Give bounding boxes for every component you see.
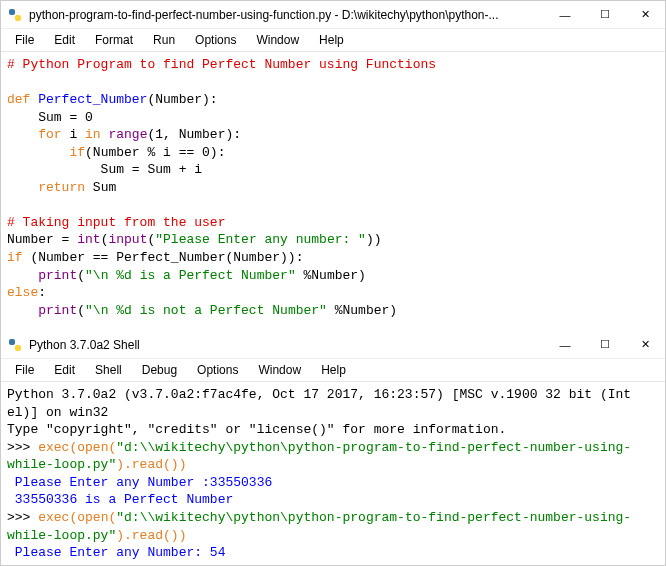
code-text: [7, 127, 38, 142]
code-text: %Number): [327, 303, 397, 318]
shell-banner: el)] on win32: [7, 405, 108, 420]
menu-window[interactable]: Window: [246, 31, 309, 49]
code-text: [7, 145, 69, 160]
shell-output-line: 33550336 is a Perfect Number: [7, 492, 233, 507]
code-text: [7, 268, 38, 283]
menu-format[interactable]: Format: [85, 31, 143, 49]
builtin-range: range: [101, 127, 148, 142]
menu-help[interactable]: Help: [309, 31, 354, 49]
menu-help[interactable]: Help: [311, 361, 356, 379]
str-literal: "\n %d is not a Perfect Number": [85, 303, 327, 318]
shell-output-line: Please Enter any Number: 54: [7, 545, 225, 560]
editor-menubar: File Edit Format Run Options Window Help: [1, 29, 665, 52]
code-text: (1, Number):: [147, 127, 241, 142]
shell-path: "d:\\wikitechy\python\python-program-to-…: [116, 510, 631, 525]
menu-run[interactable]: Run: [143, 31, 185, 49]
shell-prompt: >>>: [7, 440, 38, 455]
code-text: %Number): [296, 268, 366, 283]
menu-shell[interactable]: Shell: [85, 361, 132, 379]
code-text: Number =: [7, 232, 77, 247]
menu-debug[interactable]: Debug: [132, 361, 187, 379]
svg-rect-1: [15, 15, 21, 21]
shell-title: Python 3.7.0a2 Shell: [29, 338, 545, 352]
menu-options[interactable]: Options: [187, 361, 248, 379]
code-text: Sum: [7, 110, 69, 125]
close-button[interactable]: ✕: [625, 1, 665, 29]
shell-exec: exec(open(: [38, 510, 116, 525]
close-button[interactable]: ✕: [625, 331, 665, 359]
shell-path: while-loop.py": [7, 528, 116, 543]
code-text: Sum: [85, 180, 116, 195]
shell-banner: Type "copyright", "credits" or "license(…: [7, 422, 506, 437]
shell-exec: exec(open(: [38, 440, 116, 455]
shell-prompt: >>>: [7, 510, 38, 525]
shell-exec: ).read()): [116, 457, 186, 472]
code-text: [7, 180, 38, 195]
builtin-int: int: [77, 232, 100, 247]
menu-edit[interactable]: Edit: [44, 31, 85, 49]
menu-file[interactable]: File: [5, 31, 44, 49]
window-controls: — ☐ ✕: [545, 331, 665, 359]
code-text: (Number % i == 0):: [85, 145, 225, 160]
builtin-print: print: [38, 268, 77, 283]
kw-for: for: [38, 127, 61, 142]
shell-output-line: Please Enter any Number :33550336: [7, 475, 272, 490]
builtin-input: input: [108, 232, 147, 247]
editor-titlebar: python-program-to-find-perfect-number-us…: [1, 1, 665, 29]
code-text: Sum = Sum + i: [7, 162, 202, 177]
kw-def: def: [7, 92, 30, 107]
kw-if: if: [7, 250, 23, 265]
shell-path: while-loop.py": [7, 457, 116, 472]
shell-banner: Python 3.7.0a2 (v3.7.0a2:f7ac4fe, Oct 17…: [7, 387, 631, 402]
maximize-button[interactable]: ☐: [585, 331, 625, 359]
editor-window: python-program-to-find-perfect-number-us…: [1, 1, 665, 323]
code-text: )): [366, 232, 382, 247]
shell-menubar: File Edit Shell Debug Options Window Hel…: [1, 359, 665, 382]
python-shell-icon: [7, 337, 23, 353]
minimize-button[interactable]: —: [545, 331, 585, 359]
minimize-button[interactable]: —: [545, 1, 585, 29]
code-text: (: [77, 268, 85, 283]
code-text: :: [38, 285, 46, 300]
shell-titlebar: Python 3.7.0a2 Shell — ☐ ✕: [1, 331, 665, 359]
code-text: (: [77, 303, 85, 318]
kw-return: return: [38, 180, 85, 195]
menu-file[interactable]: File: [5, 361, 44, 379]
kw-else: else: [7, 285, 38, 300]
shell-window: Python 3.7.0a2 Shell — ☐ ✕ File Edit She…: [1, 331, 665, 566]
python-file-icon: [7, 7, 23, 23]
code-comment: # Python Program to find Perfect Number …: [7, 57, 436, 72]
menu-options[interactable]: Options: [185, 31, 246, 49]
code-text: i: [62, 127, 85, 142]
str-literal: "Please Enter any number: ": [155, 232, 366, 247]
svg-rect-2: [9, 339, 15, 345]
editor-code[interactable]: # Python Program to find Perfect Number …: [1, 52, 665, 323]
shell-exec: ).read()): [116, 528, 186, 543]
code-text: 0: [77, 110, 93, 125]
str-literal: "\n %d is a Perfect Number": [85, 268, 296, 283]
menu-edit[interactable]: Edit: [44, 361, 85, 379]
code-text: [7, 303, 38, 318]
builtin-print: print: [38, 303, 77, 318]
code-text: (Number):: [147, 92, 217, 107]
shell-output[interactable]: Python 3.7.0a2 (v3.7.0a2:f7ac4fe, Oct 17…: [1, 382, 665, 566]
kw-in: in: [85, 127, 101, 142]
svg-rect-0: [9, 9, 15, 15]
maximize-button[interactable]: ☐: [585, 1, 625, 29]
func-name: Perfect_Number: [30, 92, 147, 107]
svg-rect-3: [15, 345, 21, 351]
code-text: (Number == Perfect_Number(Number)):: [23, 250, 304, 265]
code-comment: # Taking input from the user: [7, 215, 225, 230]
window-controls: — ☐ ✕: [545, 1, 665, 29]
editor-title: python-program-to-find-perfect-number-us…: [29, 8, 545, 22]
shell-path: "d:\\wikitechy\python\python-program-to-…: [116, 440, 631, 455]
kw-if: if: [69, 145, 85, 160]
menu-window[interactable]: Window: [248, 361, 311, 379]
